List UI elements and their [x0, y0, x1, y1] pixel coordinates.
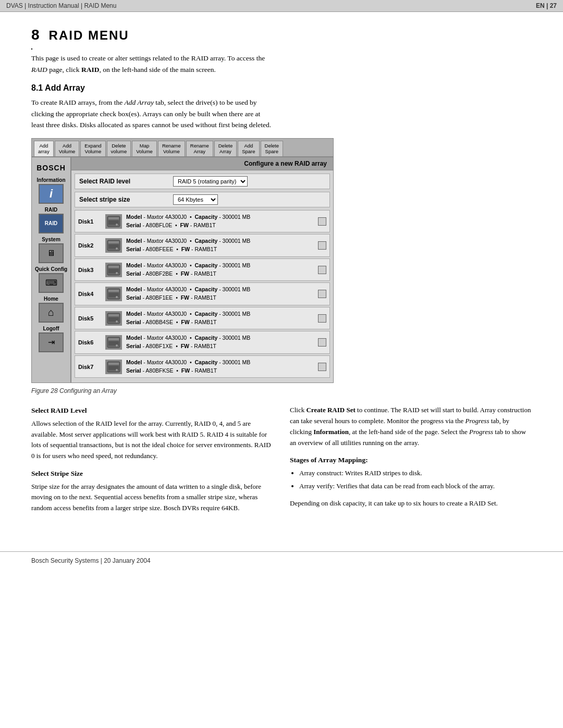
select-stripe-text: Stripe size for the array designates the…	[31, 482, 273, 514]
system-icon-box: 🖥	[39, 243, 64, 263]
disk-rows-container: Disk1 Model - Maxtor 4A300J0 • Capacity …	[75, 210, 330, 378]
tab-delete-volume[interactable]: Deletevolume	[107, 141, 131, 156]
svg-point-11	[116, 272, 118, 274]
tab-map-volume[interactable]: MapVolume	[132, 141, 157, 156]
header-left: DVAS | Instruction Manual | RAID Menu	[6, 2, 116, 9]
sidebar-item-logoff[interactable]: Logoff ⇥	[34, 326, 68, 352]
bosch-logo: BOSCH	[35, 161, 67, 174]
disk-checkbox-7[interactable]	[318, 363, 326, 371]
disk-icon-5	[105, 311, 122, 326]
disk-row-7: Disk7 Model - Maxtor 4A300J0 • Capacity …	[75, 355, 330, 378]
sidebar-label-system: System	[42, 237, 60, 242]
disk-label-7: Disk7	[78, 364, 101, 370]
disk-row-6: Disk6 Model - Maxtor 4A300J0 • Capacity …	[75, 331, 330, 354]
sidebar-item-home[interactable]: Home ⌂	[34, 296, 68, 323]
intro-text: This page is used to create or alter set…	[31, 53, 271, 75]
stages-heading: Stages of Array Mapping:	[290, 454, 532, 466]
tab-rename-volume[interactable]: RenameVolume	[158, 141, 185, 156]
ui-tabs: Addarray AddVolume ExpandVolume Deletevo…	[32, 139, 333, 157]
disk-info-5: Model - Maxtor 4A300J0 • Capacity - 3000…	[126, 310, 318, 327]
ui-content: Configure a new RAID array Select RAID l…	[71, 157, 333, 383]
select-raid-text: Allows selection of the RAID level for t…	[31, 418, 273, 462]
header-right: EN | 27	[536, 2, 557, 9]
tab-rename-array[interactable]: RenameArray	[186, 141, 213, 156]
screenshot-container: Addarray AddVolume ExpandVolume Deletevo…	[31, 138, 334, 383]
home-icon-box: ⌂	[39, 303, 64, 323]
create-text: Click Create RAID Set to continue. The R…	[290, 405, 532, 448]
svg-rect-9	[108, 266, 119, 268]
disk-icon-1	[105, 214, 122, 229]
raid-level-label: Select RAID level	[79, 178, 173, 185]
tab-add-volume[interactable]: AddVolume	[55, 141, 80, 156]
tab-expand-volume[interactable]: ExpandVolume	[80, 141, 105, 156]
disk-row-1: Disk1 Model - Maxtor 4A300J0 • Capacity …	[75, 210, 330, 233]
select-raid-heading: Select RAID Level	[31, 405, 273, 416]
svg-rect-13	[108, 290, 119, 292]
sidebar-label-information: Information	[37, 177, 66, 183]
sidebar-item-information[interactable]: Information i	[34, 177, 68, 204]
sidebar-label-quickconfig: Quick Config	[35, 266, 67, 272]
stage-2: Array verify: Verifies that data can be …	[299, 481, 532, 492]
disk-checkbox-4[interactable]	[318, 290, 326, 298]
tab-add-spare[interactable]: AddSpare	[238, 141, 259, 156]
sidebar-item-raid[interactable]: RAID RAID	[34, 207, 68, 233]
disk-icon-7	[105, 360, 122, 374]
disk-info-1: Model - Maxtor 4A300J0 • Capacity - 3000…	[126, 213, 318, 230]
disk-row-4: Disk4 Model - Maxtor 4A300J0 • Capacity …	[75, 282, 330, 305]
disk-icon-6	[105, 335, 122, 350]
disk-label-1: Disk1	[78, 218, 101, 225]
disk-info-2: Model - Maxtor 4A300J0 • Capacity - 3000…	[126, 237, 318, 254]
disk-info-6: Model - Maxtor 4A300J0 • Capacity - 3000…	[126, 334, 318, 351]
sidebar-label-home: Home	[44, 296, 58, 302]
raid-level-select[interactable]: RAID 5 (rotating parity) RAID 0 RAID 4	[173, 176, 248, 187]
col-left: Select RAID Level Allows selection of th…	[31, 405, 273, 520]
ui-main: BOSCH Information i RAID RAID System 🖥 Q…	[32, 157, 333, 383]
svg-rect-5	[108, 241, 119, 243]
info-icon-box: i	[39, 184, 64, 204]
svg-rect-1	[108, 217, 119, 219]
section-intro: To create RAID arrays, from the Add Arra…	[31, 97, 271, 131]
tab-add-array[interactable]: Addarray	[34, 141, 54, 156]
disk-icon-2	[105, 238, 122, 253]
disk-label-2: Disk2	[78, 242, 101, 249]
tab-delete-spare[interactable]: DeleteSpare	[261, 141, 283, 156]
disk-label-6: Disk6	[78, 339, 101, 346]
closing-text: Depending on disk capacity, it can take …	[290, 498, 532, 509]
svg-point-3	[116, 224, 118, 226]
stripe-size-label: Select stripe size	[79, 196, 173, 203]
body-two-col: Select RAID Level Allows selection of th…	[31, 405, 532, 520]
svg-point-19	[116, 320, 118, 323]
disk-checkbox-1[interactable]	[318, 217, 326, 226]
svg-rect-25	[108, 363, 119, 365]
header-bar: DVAS | Instruction Manual | RAID Menu EN…	[0, 0, 563, 12]
sidebar-item-quickconfig[interactable]: Quick Config ⌨	[34, 266, 68, 293]
quickconfig-icon-box: ⌨	[39, 273, 64, 293]
sidebar-item-system[interactable]: System 🖥	[34, 237, 68, 263]
figure-caption: Figure 28 Configuring an Array	[31, 387, 532, 394]
disk-checkbox-3[interactable]	[318, 266, 326, 274]
raid-form: Select RAID level RAID 5 (rotating parit…	[71, 170, 333, 383]
chapter-number: 8	[31, 27, 40, 43]
disk-label-4: Disk4	[78, 291, 101, 297]
tab-delete-array[interactable]: DeleteArray	[214, 141, 237, 156]
svg-rect-17	[108, 314, 119, 316]
disk-checkbox-2[interactable]	[318, 241, 326, 250]
section-heading: 8.1 Add Array	[31, 83, 532, 93]
disk-checkbox-5[interactable]	[318, 314, 326, 323]
svg-rect-21	[108, 338, 119, 340]
disk-checkbox-6[interactable]	[318, 338, 326, 347]
disk-label-3: Disk3	[78, 267, 101, 273]
disk-icon-4	[105, 287, 122, 301]
svg-point-7	[116, 248, 118, 250]
disk-label-5: Disk5	[78, 315, 101, 322]
disk-row-2: Disk2 Model - Maxtor 4A300J0 • Capacity …	[75, 234, 330, 257]
sidebar-label-raid: RAID	[45, 207, 57, 213]
chapter-heading: 8 RAID MENU	[31, 27, 532, 43]
stripe-size-row: Select stripe size 64 Kbytes 32 Kbytes 1…	[75, 192, 330, 207]
raid-icon-box: RAID	[39, 214, 64, 233]
col-right: Click Create RAID Set to continue. The R…	[290, 405, 532, 520]
disk-icon-3	[105, 263, 122, 277]
svg-point-23	[116, 344, 118, 347]
stripe-size-select[interactable]: 64 Kbytes 32 Kbytes 128 Kbytes	[173, 194, 218, 205]
disk-info-3: Model - Maxtor 4A300J0 • Capacity - 3000…	[126, 262, 318, 278]
